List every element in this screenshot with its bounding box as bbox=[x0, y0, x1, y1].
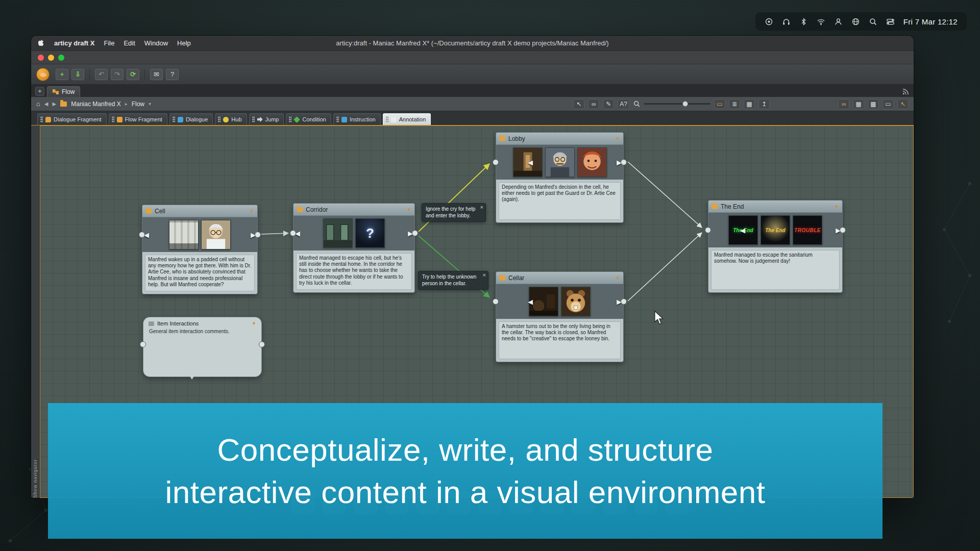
navigator-collapse-strip[interactable]: Show navigator bbox=[31, 126, 40, 498]
flow-node-corridor[interactable]: Corridor ▼ ◀ bbox=[293, 203, 415, 293]
menu-help[interactable]: Help bbox=[177, 39, 191, 47]
zoom-slider-thumb[interactable] bbox=[682, 101, 688, 107]
screen-record-icon[interactable] bbox=[765, 17, 773, 26]
bluetooth-icon[interactable] bbox=[799, 17, 808, 26]
layers-button[interactable]: ≣ bbox=[729, 99, 740, 109]
palette-dialogue[interactable]: Dialogue bbox=[169, 113, 213, 125]
media-prev-icon[interactable]: ◀ bbox=[528, 159, 533, 166]
grid-large-button[interactable]: ▩ bbox=[868, 99, 879, 109]
thumbnail-dr-artie-cee-portrait[interactable] bbox=[201, 220, 231, 249]
menu-window[interactable]: Window bbox=[144, 39, 168, 47]
palette-annotation[interactable]: Annotation bbox=[383, 113, 431, 125]
node-header[interactable]: Corridor ▼ bbox=[293, 204, 414, 216]
output-pin[interactable] bbox=[255, 232, 261, 238]
apple-logo-icon[interactable] bbox=[38, 39, 45, 47]
home-icon[interactable]: ⌂ bbox=[36, 100, 40, 108]
node-menu-icon[interactable]: ▼ bbox=[616, 276, 620, 281]
user-icon[interactable] bbox=[834, 17, 843, 26]
input-pin[interactable] bbox=[493, 159, 499, 165]
palette-dialogue-fragment[interactable]: Dialogue Fragment bbox=[37, 113, 107, 125]
flow-node-cellar[interactable]: Cellar ▼ ◀ bbox=[496, 271, 624, 362]
export-button[interactable]: ↥ bbox=[758, 99, 770, 109]
input-pin[interactable] bbox=[493, 298, 499, 305]
node-menu-icon[interactable]: ▼ bbox=[835, 204, 839, 209]
palette-instruction[interactable]: Instruction bbox=[333, 113, 381, 125]
close-button[interactable] bbox=[38, 55, 44, 61]
mail-button[interactable]: ✉ bbox=[150, 69, 163, 80]
zoom-button[interactable] bbox=[58, 55, 64, 61]
input-source-icon[interactable] bbox=[851, 17, 860, 26]
thumbnail-red-character-portrait[interactable] bbox=[577, 147, 607, 177]
monitor-button[interactable]: ▭ bbox=[883, 99, 894, 109]
output-pin[interactable] bbox=[840, 227, 846, 233]
link-tool-button[interactable]: ∞ bbox=[588, 99, 599, 109]
feed-icon[interactable] bbox=[902, 88, 910, 95]
wifi-icon[interactable] bbox=[817, 17, 825, 26]
control-center-icon[interactable] bbox=[886, 17, 895, 26]
annotation-try-help[interactable]: Try to help the unknown person in the ce… bbox=[418, 271, 488, 290]
palette-hub[interactable]: Hub bbox=[215, 113, 247, 125]
spellcheck-button[interactable]: A? bbox=[618, 99, 629, 109]
thumbnail-end-trouble[interactable]: TROUBLE bbox=[793, 215, 822, 245]
undo-button[interactable]: ↶ bbox=[95, 69, 108, 80]
table-view-button[interactable]: ▦ bbox=[744, 99, 755, 109]
input-pin[interactable] bbox=[139, 232, 145, 238]
output-pin[interactable] bbox=[621, 159, 627, 165]
node-header[interactable]: Cellar ▼ bbox=[496, 272, 623, 284]
headphones-icon[interactable] bbox=[782, 17, 791, 26]
minimize-button[interactable] bbox=[48, 55, 54, 61]
import-button[interactable]: ⇩ bbox=[71, 69, 84, 80]
thumbnail-corridor-scene[interactable] bbox=[323, 218, 353, 248]
search-icon[interactable] bbox=[869, 17, 877, 26]
menu-file[interactable]: File bbox=[104, 39, 114, 47]
node-menu-icon[interactable]: ▼ bbox=[250, 209, 254, 214]
input-pin[interactable] bbox=[290, 230, 296, 236]
grid-small-button[interactable]: ▦ bbox=[853, 99, 864, 109]
pointer-tool-button[interactable]: ↖ bbox=[573, 99, 584, 109]
thumbnail-unknown-person[interactable]: ? bbox=[355, 218, 385, 248]
flow-node-the-end[interactable]: The End ▼ The End ◀ The End TROUBLE bbox=[708, 200, 843, 293]
media-prev-icon[interactable]: ◀ bbox=[528, 298, 533, 306]
tab-flow[interactable]: Flow bbox=[47, 86, 80, 97]
output-pin[interactable] bbox=[412, 230, 418, 236]
zoom-search-icon[interactable] bbox=[633, 100, 641, 108]
connections-button[interactable]: ∞ bbox=[838, 99, 849, 109]
sync-button[interactable]: ⟳ bbox=[127, 69, 139, 80]
node-menu-icon[interactable]: ▼ bbox=[616, 136, 620, 141]
thumbnail-hamster-portrait[interactable] bbox=[561, 287, 591, 316]
zoom-slider[interactable] bbox=[644, 103, 710, 105]
breadcrumb-project[interactable]: Maniac Manfred X bbox=[71, 101, 120, 108]
select-mode-button[interactable]: ↖ bbox=[897, 99, 909, 109]
chevron-down-icon[interactable]: ▾ bbox=[149, 101, 151, 107]
palette-condition[interactable]: Condition bbox=[286, 113, 331, 125]
output-pin[interactable] bbox=[259, 341, 265, 347]
palette-flow-fragment[interactable]: Flow Fragment bbox=[109, 113, 167, 125]
add-tab-button[interactable]: + bbox=[35, 87, 44, 96]
close-icon[interactable]: × bbox=[480, 204, 483, 211]
media-prev-icon[interactable]: ◀ bbox=[740, 227, 745, 234]
forward-icon[interactable]: ▶ bbox=[53, 101, 57, 107]
thumbnail-end-gold[interactable]: The End bbox=[761, 215, 790, 245]
menu-edit[interactable]: Edit bbox=[124, 39, 135, 47]
redo-button[interactable]: ↷ bbox=[111, 69, 124, 80]
node-menu-icon[interactable]: ▼ bbox=[252, 321, 256, 326]
flow-node-item-interactions[interactable]: Item Interactions ▼ General item interac… bbox=[143, 317, 262, 377]
input-pin[interactable] bbox=[705, 227, 711, 233]
menu-app-name[interactable]: articy draft X bbox=[54, 39, 94, 47]
output-pin[interactable] bbox=[621, 298, 627, 305]
new-button[interactable]: + bbox=[56, 69, 68, 80]
back-icon[interactable]: ◀ bbox=[44, 101, 48, 107]
node-header[interactable]: The End ▼ bbox=[708, 201, 842, 213]
node-header[interactable]: Item Interactions ▼ bbox=[143, 317, 261, 328]
node-header[interactable]: Lobby ▼ bbox=[496, 133, 623, 145]
presentation-button[interactable]: ▭ bbox=[714, 99, 725, 109]
breadcrumb-page[interactable]: Flow bbox=[132, 101, 144, 108]
input-pin[interactable] bbox=[140, 341, 146, 347]
thumbnail-padded-cell-scene[interactable] bbox=[169, 220, 199, 249]
flow-node-cell[interactable]: Cell ▼ ◀ bbox=[142, 205, 258, 294]
pen-tool-button[interactable]: ✎ bbox=[603, 99, 614, 109]
node-menu-icon[interactable]: ▼ bbox=[407, 207, 411, 212]
palette-jump[interactable]: Jump bbox=[249, 113, 284, 125]
node-header[interactable]: Cell ▼ bbox=[142, 205, 257, 217]
thumbnail-guard-portrait[interactable] bbox=[545, 147, 575, 177]
